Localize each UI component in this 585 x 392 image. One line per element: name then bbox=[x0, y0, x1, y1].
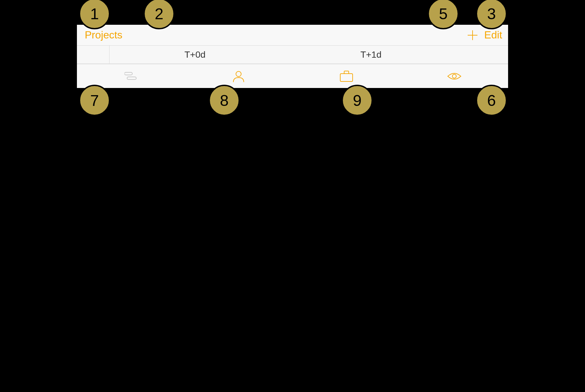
tutorial-overlay-stage: Projects Edit T+0d T+1d bbox=[77, 0, 508, 114]
time-column-1: T+1d bbox=[360, 50, 382, 60]
toolbar-item-gantt[interactable] bbox=[124, 69, 138, 83]
add-button[interactable] bbox=[467, 29, 478, 41]
gantt-icon bbox=[124, 72, 137, 81]
svg-rect-5 bbox=[340, 74, 353, 81]
plus-icon bbox=[467, 30, 478, 41]
toolbar-item-contacts[interactable] bbox=[231, 69, 246, 83]
eye-icon bbox=[447, 72, 461, 81]
callout-7: 7 bbox=[79, 85, 110, 116]
toolbar-item-projects[interactable] bbox=[339, 69, 354, 83]
letterbox-bottom bbox=[77, 88, 508, 114]
person-icon bbox=[232, 70, 245, 83]
back-button[interactable]: Projects bbox=[85, 29, 123, 41]
edit-button[interactable]: Edit bbox=[484, 29, 502, 41]
nav-back-chevron-area[interactable] bbox=[128, 29, 148, 42]
row-gutter-header bbox=[77, 46, 110, 64]
briefcase-icon bbox=[340, 70, 353, 82]
toolbar-item-view[interactable] bbox=[447, 69, 461, 83]
bottom-toolbar bbox=[77, 64, 508, 88]
svg-rect-3 bbox=[127, 77, 136, 80]
callout-9: 9 bbox=[342, 85, 373, 116]
callout-6: 6 bbox=[476, 85, 507, 116]
time-column-0: T+0d bbox=[184, 50, 206, 60]
timeline-columns[interactable]: T+0d T+1d bbox=[110, 46, 508, 64]
svg-point-6 bbox=[452, 74, 456, 78]
timeline-header: T+0d T+1d bbox=[77, 46, 508, 64]
callout-8: 8 bbox=[209, 85, 240, 116]
svg-point-4 bbox=[236, 71, 241, 77]
svg-rect-2 bbox=[124, 72, 132, 75]
app-screen: Projects Edit T+0d T+1d bbox=[77, 25, 508, 88]
